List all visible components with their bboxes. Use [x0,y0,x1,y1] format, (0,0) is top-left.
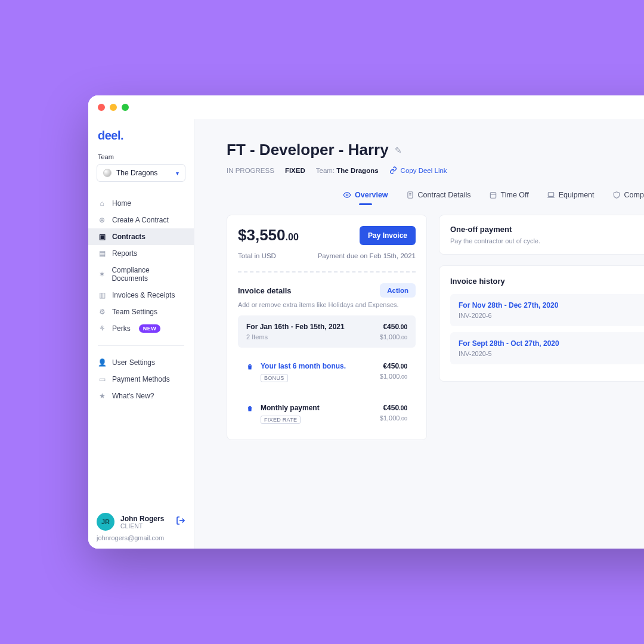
nav-separator [98,345,184,346]
svg-point-1 [346,194,348,196]
divider [238,271,416,273]
history-id: INV-2020-6 [459,312,558,319]
receipt-icon: ▥ [98,291,106,299]
trash-icon[interactable] [246,404,255,415]
history-item[interactable]: For Nov 28th - Dec 27th, 2020 INV-2020-6… [450,294,644,326]
history-period[interactable]: For Nov 28th - Dec 27th, 2020 [459,301,558,309]
nav-label: What's New? [112,392,154,400]
nav-label: Team Settings [112,308,157,316]
contract-meta: IN PROGRESS FIXED Team: The Dragons Copy… [227,166,644,174]
history-item[interactable]: For Sept 28th - Oct 27th, 2020 INV-2020-… [450,332,644,364]
new-badge: NEW [139,324,161,333]
user-icon: 👤 [98,358,106,367]
tab-compliance[interactable]: Compliance Documents [612,191,644,203]
tab-label: Contract Details [418,191,471,199]
svg-rect-5 [490,193,496,198]
document-icon: ▣ [98,233,106,241]
user-role: CLIENT [120,523,170,530]
brand-logo: deel [88,129,194,153]
document-icon [406,191,414,199]
link-icon [389,166,397,174]
plus-circle-icon: ⊕ [98,216,106,224]
nav-contracts[interactable]: ▣ Contracts [88,228,194,245]
line-title-link[interactable]: Your last 6 month bonus. [261,362,374,370]
nav-label: Payment Methods [112,375,170,383]
pay-invoice-button[interactable]: Pay Invoice [360,226,416,245]
nav-create-contract[interactable]: ⊕ Create A Contract [88,212,194,228]
invoice-line-bonus: Your last 6 month bonus. BONUS €450.00 $… [238,355,416,389]
nav-compliance[interactable]: ✶ Compliance Documents [88,262,194,287]
gear-icon: ⚙ [98,308,106,316]
nav-label: Invoices & Receipts [112,291,175,299]
nav-label: User Settings [112,358,155,367]
history-id: INV-2020-5 [459,350,559,357]
tab-label: Time Off [501,191,529,199]
nav-reports[interactable]: ▤ Reports [88,245,194,262]
team-avatar-icon [103,169,112,177]
nav-invoices[interactable]: ▥ Invoices & Receipts [88,287,194,304]
nav-label: Reports [112,249,137,258]
tab-equipment[interactable]: Equipment [547,191,595,203]
line-amount-cents: .00 [399,405,407,411]
due-label: Payment due on Feb 15th, 2021 [318,252,416,259]
line-amount: €450 [383,362,399,370]
sidebar: deel Team The Dragons ▾ ⌂ Home ⊕ Create … [88,119,194,549]
chevron-down-icon: ▾ [176,170,179,177]
line-converted: $1,000 [380,333,400,340]
sidebar-footer: JR John Rogers CLIENT johnrogers@gmail.c… [88,513,194,541]
nav-payment-methods[interactable]: ▭ Payment Methods [88,371,194,388]
star-icon: ★ [98,392,106,400]
line-tag: BONUS [261,374,288,382]
window-titlebar [88,95,644,119]
oneoff-title: One-off payment [450,225,540,234]
invoice-details-action-button[interactable]: Action [380,283,416,298]
amount-cents: .00 [286,232,299,242]
nav-perks[interactable]: ⚘ Perks NEW [88,320,194,337]
nav-whats-new[interactable]: ★ What's New? [88,388,194,404]
minimize-dot[interactable] [110,104,117,111]
line-converted-cents: .00 [400,374,407,380]
line-converted: $1,000 [380,414,400,422]
tab-label: Compliance Documents [624,191,644,199]
shield-icon [612,191,621,199]
invoice-line-summary[interactable]: For Jan 16th - Feb 15th, 2021 2 Items €4… [238,315,416,348]
line-converted-cents: .00 [400,416,407,422]
team-meta-name: The Dragons [336,167,378,174]
team-selector[interactable]: The Dragons ▾ [97,164,185,182]
tab-contract-details[interactable]: Contract Details [406,191,471,203]
card-icon: ▭ [98,375,106,383]
history-title: Invoice history [450,277,644,286]
copy-link-label: Copy Deel Link [401,167,447,174]
edit-icon[interactable]: ✎ [395,145,402,155]
chart-icon: ▤ [98,249,106,258]
line-tag: FIXED RATE [261,416,301,424]
currency-symbol: $ [238,226,246,244]
svg-rect-7 [548,193,553,196]
team-meta-label: Team: [316,167,335,174]
nav-label: Home [112,199,131,208]
maximize-dot[interactable] [122,104,129,111]
close-dot[interactable] [98,104,105,111]
nav-home[interactable]: ⌂ Home [88,195,194,212]
gift-icon: ⚘ [98,324,106,333]
line-amount-cents: .00 [399,324,407,330]
tab-label: Overview [355,191,388,199]
user-email: johnrogers@gmail.com [97,534,185,541]
nav-label: Create A Contract [112,216,169,224]
tab-label: Equipment [559,191,595,199]
history-period[interactable]: For Sept 28th - Oct 27th, 2020 [459,339,559,348]
nav-user-settings[interactable]: 👤 User Settings [88,354,194,371]
tabs: Overview Contract Details Time Off Equip… [227,191,644,203]
shield-icon: ✶ [98,270,106,278]
nav-team-settings[interactable]: ⚙ Team Settings [88,304,194,320]
copy-deel-link[interactable]: Copy Deel Link [389,166,447,174]
line-converted-cents: .00 [400,335,407,340]
status-badge: IN PROGRESS [227,167,274,174]
tab-time-off[interactable]: Time Off [489,191,529,203]
logout-icon[interactable] [176,516,185,528]
user-avatar[interactable]: JR [97,513,114,531]
trash-icon[interactable] [246,363,255,373]
tab-overview[interactable]: Overview [343,191,388,203]
invoice-details-title: Invoice details [238,286,292,295]
line-amount: €450 [383,323,399,331]
